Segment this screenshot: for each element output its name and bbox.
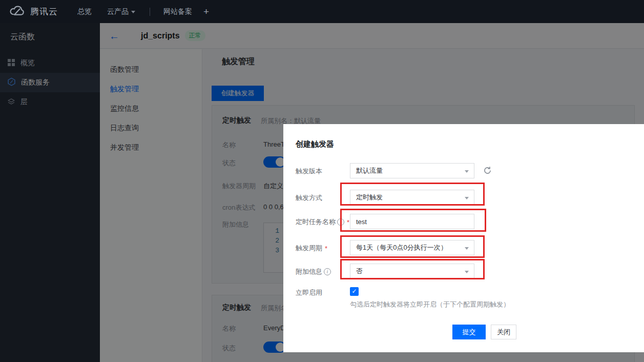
chevron-down-icon <box>465 197 469 199</box>
trigger-version-select[interactable]: 默认流量 <box>350 163 474 178</box>
close-button[interactable]: 关闭 <box>491 325 516 339</box>
trigger-period-select[interactable]: 每1天（每天0点0分执行一次） <box>350 240 474 255</box>
submit-button[interactable]: 提交 <box>452 325 486 339</box>
trigger-period-label: 触发周期 * <box>296 244 327 253</box>
modal-title: 创建触发器 <box>296 139 334 149</box>
nav-divider <box>150 8 150 16</box>
trigger-version-label: 触发版本 <box>296 167 322 176</box>
extra-info-select[interactable]: 否 <box>350 264 474 279</box>
info-icon: i <box>324 268 331 275</box>
cloud-logo-icon <box>8 5 26 19</box>
chevron-down-icon <box>465 170 469 173</box>
info-icon: i <box>337 218 344 226</box>
chevron-down-icon <box>465 247 469 250</box>
required-asterisk: * <box>347 218 349 226</box>
trigger-type-label: 触发方式 <box>296 193 322 203</box>
nav-add-tab-button[interactable]: + <box>203 6 209 17</box>
tencent-cloud-logo[interactable]: 腾讯云 <box>8 5 58 19</box>
task-name-label: 定时任务名称 i * <box>296 217 349 227</box>
required-asterisk: * <box>325 245 327 252</box>
trigger-type-select[interactable]: 定时触发 <box>350 190 474 205</box>
task-name-input[interactable] <box>350 214 474 229</box>
brand-name: 腾讯云 <box>30 6 58 17</box>
create-trigger-modal: 创建触发器 触发版本 默认流量 触发方式 定时触发 定时任务名称 i * 触发周… <box>283 124 644 352</box>
nav-item-icp[interactable]: 网站备案 <box>163 7 192 16</box>
enable-now-checkbox-checked[interactable]: ✓ <box>350 287 359 296</box>
extra-info-label: 附加信息 i <box>296 267 331 276</box>
chevron-down-icon <box>465 271 469 273</box>
chevron-down-icon <box>131 11 135 13</box>
nav-item-cloud-products[interactable]: 云产品 <box>107 7 135 16</box>
nav-item-overview[interactable]: 总览 <box>77 7 92 16</box>
top-nav: 腾讯云 总览 云产品 网站备案 + <box>0 0 644 23</box>
enable-now-hint: 勾选后定时触发器将立即开启（于下个配置周期触发） <box>350 300 510 309</box>
enable-now-label: 立即启用 <box>296 288 322 297</box>
refresh-icon[interactable] <box>483 166 492 177</box>
